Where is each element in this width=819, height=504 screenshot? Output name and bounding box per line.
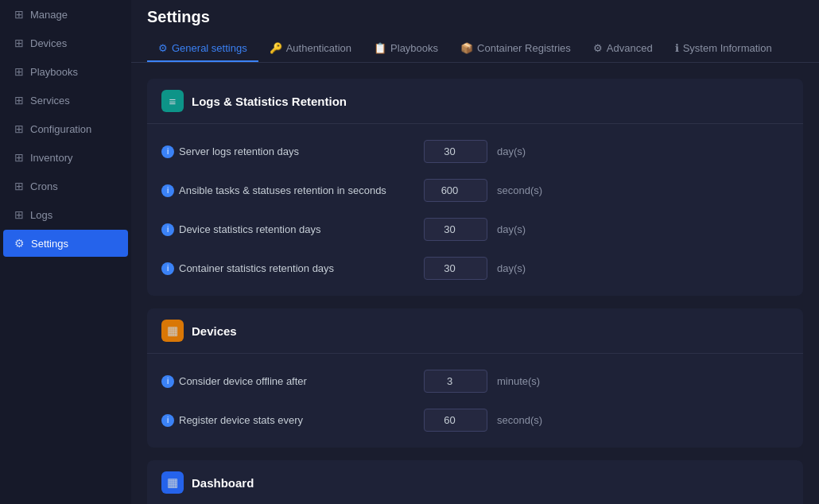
devices-section-title: Devices [192,324,237,338]
logs-statistics-body: i Server logs retention days day(s) i An… [147,124,803,296]
device-offline-row: i Consider device offline after minute(s… [147,362,803,401]
tab-advanced-icon: ⚙ [593,42,603,54]
sidebar-item-playbooks[interactable]: ⊞ Playbooks [3,58,128,85]
devices-section-icon: ▦ [161,320,184,342]
top-header: Settings ⚙ General settings 🔑 Authentica… [131,0,819,63]
sidebar-item-inventory[interactable]: ⊞ Inventory [3,144,128,171]
sidebar-label-inventory: Inventory [30,152,72,164]
dashboard-section-title: Dashboard [192,476,254,490]
sidebar-item-configuration[interactable]: ⊞ Configuration [3,115,128,142]
sidebar-item-services[interactable]: ⊞ Services [3,87,128,114]
settings-icon: ⚙ [14,237,25,250]
logs-statistics-title: Logs & Statistics Retention [192,95,347,108]
configuration-icon: ⊞ [14,122,24,135]
ansible-row: i Ansible tasks & statuses retention in … [147,171,803,210]
device-stats-input[interactable] [424,218,487,241]
devices-body: i Consider device offline after minute(s… [147,354,803,448]
sidebar-item-logs[interactable]: ⊞ Logs [3,201,128,228]
tab-container-registries[interactable]: 📦 Container Registries [449,36,582,62]
server-logs-info-icon[interactable]: i [161,145,174,158]
dashboard-header: ▦ Dashboard [147,460,803,504]
devices-header: ▦ Devices [147,308,803,354]
content-area: ≡ Logs & Statistics Retention i Server l… [131,63,819,504]
ansible-input[interactable] [424,179,487,202]
ansible-unit: second(s) [497,184,542,196]
sidebar-label-services: Services [30,95,70,107]
tab-authentication[interactable]: 🔑 Authentication [258,36,363,62]
main-content: Settings ⚙ General settings 🔑 Authentica… [131,0,819,504]
device-register-row: i Register device stats every second(s) [147,401,803,440]
logs-statistics-header: ≡ Logs & Statistics Retention [147,79,803,124]
tab-registries-icon: 📦 [460,42,473,54]
sidebar-label-logs: Logs [30,209,52,221]
devices-icon: ⊞ [14,37,24,49]
container-stats-input[interactable] [424,257,487,280]
sidebar-label-manage: Manage [30,9,68,21]
device-register-label: i Register device stats every [161,414,416,427]
page-title: Settings [147,8,803,26]
ansible-info-icon[interactable]: i [161,184,174,197]
tab-playbooks-icon: 📋 [374,42,386,54]
device-offline-info-icon[interactable]: i [161,375,174,388]
server-logs-row: i Server logs retention days day(s) [147,132,803,171]
container-stats-info-icon[interactable]: i [161,262,174,275]
crons-icon: ⊞ [14,180,24,192]
device-register-unit: second(s) [497,414,542,426]
device-stats-unit: day(s) [497,223,526,235]
sidebar-item-crons[interactable]: ⊞ Crons [3,173,128,200]
device-stats-row: i Device statistics retention days day(s… [147,210,803,249]
tab-general-settings[interactable]: ⚙ General settings [147,36,258,62]
sidebar-item-devices[interactable]: ⊞ Devices [3,29,128,56]
tab-system-information[interactable]: ℹ System Information [664,36,783,62]
device-stats-info-icon[interactable]: i [161,223,174,236]
services-icon: ⊞ [14,94,24,107]
logs-icon: ⊞ [14,208,24,221]
device-register-info-icon[interactable]: i [161,414,174,427]
device-offline-label: i Consider device offline after [161,375,416,388]
tab-playbooks[interactable]: 📋 Playbooks [363,36,449,62]
manage-icon: ⊞ [14,8,24,21]
tabs-bar: ⚙ General settings 🔑 Authentication 📋 Pl… [147,36,803,62]
device-stats-label: i Device statistics retention days [161,223,416,236]
playbooks-icon: ⊞ [14,65,24,78]
devices-section: ▦ Devices i Consider device offline afte… [147,308,803,448]
sidebar-item-manage[interactable]: ⊞ Manage [3,1,128,28]
tab-general-icon: ⚙ [158,42,168,54]
tab-advanced[interactable]: ⚙ Advanced [582,36,664,62]
tab-auth-icon: 🔑 [270,42,282,54]
logs-statistics-icon: ≡ [161,90,184,112]
device-offline-input[interactable] [424,370,487,393]
ansible-label: i Ansible tasks & statuses retention in … [161,184,416,197]
server-logs-input[interactable] [424,140,487,163]
sidebar-item-settings[interactable]: ⚙ Settings [3,230,128,257]
logs-statistics-section: ≡ Logs & Statistics Retention i Server l… [147,79,803,296]
sidebar: ⊞ Manage ⊞ Devices ⊞ Playbooks ⊞ Service… [0,0,131,504]
server-logs-label: i Server logs retention days [161,145,416,158]
container-stats-label: i Container statistics retention days [161,262,416,275]
container-stats-row: i Container statistics retention days da… [147,249,803,288]
dashboard-section: ▦ Dashboard i System is healthy when ave… [147,460,803,504]
sidebar-label-configuration: Configuration [30,123,91,135]
sidebar-label-settings: Settings [31,238,68,250]
tab-sysinfo-icon: ℹ [675,42,679,54]
sidebar-label-devices: Devices [30,37,67,49]
dashboard-section-icon: ▦ [161,471,184,494]
device-register-input[interactable] [424,409,487,432]
sidebar-label-playbooks: Playbooks [30,66,78,78]
inventory-icon: ⊞ [14,151,24,164]
server-logs-unit: day(s) [497,145,526,157]
device-offline-unit: minute(s) [497,375,540,387]
container-stats-unit: day(s) [497,262,526,274]
sidebar-label-crons: Crons [30,180,58,192]
